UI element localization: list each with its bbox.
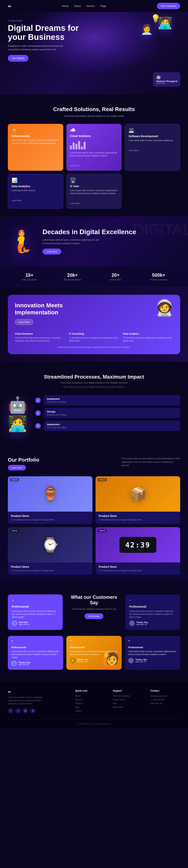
portfolio-info-2: Product Store IT consulting services to … <box>96 512 180 524</box>
service-cloud-desc: Lorem ipsum dolor sit amet, consectetur … <box>70 151 118 157</box>
left-card-name: Professional! <box>12 605 59 608</box>
hero-figure-3: 💡 <box>151 14 160 23</box>
service-cloud-title: Cloud Solutions <box>70 134 118 137</box>
portfolio-desc-3: IT consulting services to navigate the d… <box>11 569 89 572</box>
innovation-cta-button[interactable]: Learn More <box>15 319 33 325</box>
nav-about[interactable]: About <box>74 4 81 7</box>
hero-title: Digital Dreams for your Business <box>8 24 90 41</box>
chart-bar-5 <box>81 146 83 149</box>
nav-service[interactable]: Service <box>86 4 95 7</box>
footer-support: Support Terms & Conditions Privacy Polic… <box>113 689 143 714</box>
portfolio-tag-3: Website <box>10 529 19 532</box>
footer-terms: Terms & Conditions <box>113 695 143 697</box>
image-quote-mark: " <box>70 639 118 645</box>
service-data: 📊 Data Analytics Lorem ipsum dolor sit a… <box>8 174 63 209</box>
footer-quick-links: Quick Link Home About Us Services Blog C… <box>75 689 105 714</box>
portfolio-info-3: Product Store IT consulting services to … <box>8 562 92 575</box>
footer-phone: +1 234 567 890 <box>150 699 180 701</box>
purple-author-role: New York, NY <box>18 664 29 666</box>
nav-logo: ∞ <box>8 3 11 9</box>
left-author-info: John Doe New York, NY <box>19 621 30 625</box>
inno-analytics: Data Analytics IT consulting services to… <box>123 333 173 342</box>
step-2: 2 Design Blueprint your strategy <box>35 408 180 418</box>
inno-consulting: IT Consulting IT consulting services to … <box>69 333 119 342</box>
footer-brand-desc: Lorem ipsum dolor sit amet, consectetur … <box>8 696 47 705</box>
footer-link-contact: Contact <box>75 710 105 712</box>
step-2-desc: Blueprint your strategy <box>47 414 177 416</box>
left-author-row: 👤 John Doe New York, NY <box>12 621 59 626</box>
navbar: ∞ Home About Service Page Let's Connect <box>0 0 188 12</box>
service-it-desc: Lorem ipsum dolor sit amet, consectetur … <box>70 189 118 195</box>
stats-bar: 15+ Years in Business 20k+ Satisfied Cus… <box>0 266 188 287</box>
software-learn-more[interactable]: Learn More <box>128 149 139 152</box>
service-software: 💻 Software Development Lorem ipsum dolor… <box>125 124 180 171</box>
testimonials-title: What our Customers Say <box>71 594 117 606</box>
social-instagram[interactable]: in <box>23 708 28 714</box>
portfolio-desc-1: IT consulting services to navigate the d… <box>11 518 89 521</box>
portfolio-description: From state-of-the art web platforms to g… <box>121 457 180 467</box>
footer-quick-list: Home About Us Services Blog Contact <box>75 695 105 712</box>
right-author-row: 👤 Thanks, Roy New York, NY <box>129 621 176 626</box>
left-avatar: 👤 <box>12 621 17 626</box>
nav-page[interactable]: Page <box>100 4 106 7</box>
portfolio-title-2: Product Store <box>99 514 177 518</box>
stat-awards: 20+ Awards Won <box>94 272 137 281</box>
footer-logo: ∞ <box>8 689 67 694</box>
chart-bar-2 <box>73 143 75 149</box>
stat-years-value: 15+ <box>8 272 51 278</box>
hero-content: IT Solution Digital Dreams for your Busi… <box>8 20 90 62</box>
step-2-num: 2 <box>35 410 41 416</box>
step-1: 1 Implement Turn vision into reality <box>35 395 180 405</box>
service-software-title: Software Development <box>128 135 177 138</box>
innovation-title: Innovation Meets Implementation <box>15 302 85 316</box>
social-linkedin[interactable]: li <box>30 708 36 714</box>
chart-bar-3 <box>75 144 77 149</box>
cloud-chart <box>70 140 118 149</box>
cloud-icon: ☁️ <box>70 127 118 133</box>
dark-author-info: Thanks, Roy New York, NY <box>135 659 147 663</box>
nav-home[interactable]: Home <box>62 4 69 7</box>
streamlined-subtitle: Three steps to transform your digital ex… <box>8 381 180 384</box>
image-author-name: Thanks, Roy <box>77 659 88 661</box>
it-learn-more[interactable]: Learn More <box>70 202 80 205</box>
step-3-num: 3 <box>35 423 41 429</box>
dark-author-row: 👤 Thanks, Roy New York, NY <box>128 658 177 663</box>
streamlined-steps: 1 Implement Turn vision into reality 2 D… <box>35 395 180 433</box>
services-grid: 🔒 Cybersecurity Lorem ipsum dolor sit am… <box>8 124 180 209</box>
portfolio-item-2: Website 📦 Product Store IT consulting se… <box>96 476 180 524</box>
cloud-learn-more[interactable]: Learn More <box>70 165 80 167</box>
service-software-desc: Lorem ipsum dolor sit amet, consectetur … <box>128 139 177 142</box>
decades-cta-button[interactable]: Learn More <box>42 249 61 254</box>
optimize-card: 🤖 Optimize Through AI Learn More <box>153 72 180 87</box>
software-icon: 💻 <box>128 128 177 133</box>
innovation-features: Cloud Solutions Cloud solutions that ele… <box>15 333 173 342</box>
clock-display: 42:39 <box>119 537 156 553</box>
decades-section: DIGITAL 🧜 Decades in Digital Excellence … <box>0 216 188 267</box>
full-review-button[interactable]: Full Review <box>85 613 104 619</box>
cybersecurity-learn-more[interactable]: Learn More <box>11 152 21 154</box>
portfolio-img-3: Website ⌚ <box>8 527 92 562</box>
stat-projects-label: Projects Completed <box>137 279 180 281</box>
hero-cta-button[interactable]: Get Started <box>8 55 28 62</box>
chart-bar-4 <box>78 141 80 149</box>
portfolio-title-3: Product Store <box>11 565 89 568</box>
dark-avatar: 👤 <box>128 658 134 663</box>
portfolio-cta-button[interactable]: Learn More <box>8 465 26 470</box>
social-facebook[interactable]: f <box>8 708 13 714</box>
chart-bar-6 <box>84 142 85 149</box>
testimonial-left-card: " Professional! Lorem ipsum dolor sit am… <box>8 594 63 630</box>
footer-support-list: Terms & Conditions Privacy Policy FAQ He… <box>113 695 143 708</box>
dark-author-role: New York, NY <box>135 661 146 663</box>
footer-support-title: Support <box>113 689 143 692</box>
inno-consulting-desc: IT consulting services to navigate the c… <box>69 336 119 342</box>
cybersecurity-icon: 🔒 <box>11 127 60 133</box>
hero-description: Established in 1992, Extraordinary Busin… <box>8 44 67 51</box>
image-card-name: Professional! <box>70 646 118 649</box>
footer-contact: Contact info@example.com +1 234 567 890 … <box>150 689 180 714</box>
decades-content: 🧜 Decades in Digital Excellence Lorem ip… <box>8 228 180 255</box>
inno-analytics-desc: IT consulting services to navigate the c… <box>123 336 173 342</box>
social-twitter[interactable]: t <box>15 708 21 714</box>
data-learn-more[interactable]: Learn More <box>11 199 22 202</box>
footer-grid: ∞ Lorem ipsum dolor sit amet, consectetu… <box>8 689 180 714</box>
nav-cta-button[interactable]: Let's Connect <box>157 3 180 9</box>
